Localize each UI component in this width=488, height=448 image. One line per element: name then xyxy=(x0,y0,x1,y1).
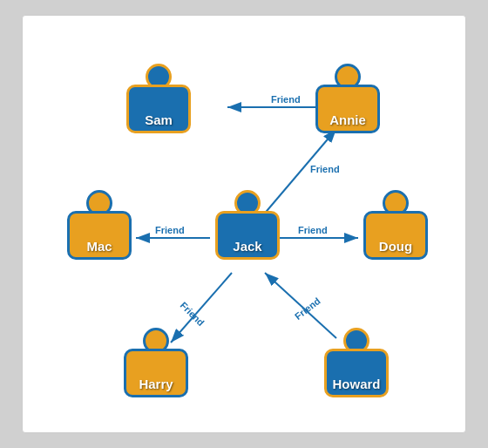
node-mac: Mac xyxy=(64,190,134,260)
node-doug: Doug xyxy=(361,190,430,260)
label-jack-doug: Friend xyxy=(298,225,328,235)
node-sam: Sam xyxy=(124,64,193,133)
node-jack: Jack xyxy=(213,190,282,260)
node-howard: Howard xyxy=(322,328,391,397)
label-jack-annie: Friend xyxy=(310,164,340,174)
graph-canvas: Friend Friend Friend Friend Friend Frien… xyxy=(22,15,466,433)
label-howard-jack: Friend xyxy=(293,295,322,322)
node-harry: Harry xyxy=(121,328,191,397)
label-jack-harry: Friend xyxy=(179,300,207,328)
label-jack-mac: Friend xyxy=(155,225,185,235)
node-annie: Annie xyxy=(313,64,383,133)
label-annie-sam: Friend xyxy=(271,94,301,105)
